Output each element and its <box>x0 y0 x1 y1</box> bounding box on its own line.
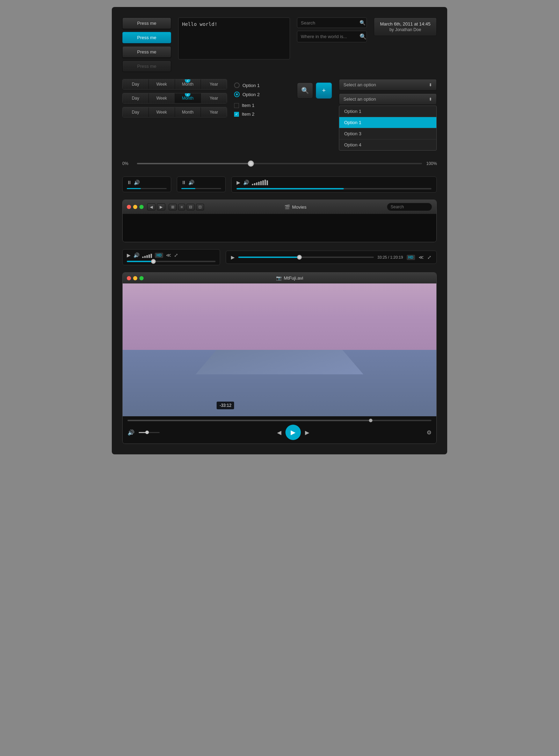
buttons-column: Press me Press me Press me Press me <box>122 17 171 72</box>
video-player: 📷 MtFuji.avi -33:12 🔊 <box>122 272 437 444</box>
seg-month-3[interactable]: Month <box>175 107 201 117</box>
large-progress-bar[interactable] <box>237 188 431 189</box>
large-progress-fill <box>237 188 344 189</box>
vol-bar-7 <box>264 180 266 185</box>
seg-week-1[interactable]: Week <box>149 79 175 89</box>
play-btn-right[interactable]: ▶ <box>231 254 235 260</box>
share-btn-right[interactable]: ≪ <box>419 254 424 260</box>
video-controls: 🔊 ◀ ▶ ▶ ⚙ <box>123 416 436 444</box>
seg-month-2[interactable]: 2 Month <box>175 93 201 103</box>
video-volume-icon[interactable]: 🔊 <box>128 429 135 436</box>
checkbox-1[interactable] <box>234 103 239 108</box>
tl-green[interactable] <box>139 205 144 209</box>
checkbox-item-1[interactable]: Item 1 <box>234 103 290 108</box>
player-right-thumb[interactable] <box>297 255 302 260</box>
seg-day-1[interactable]: Day <box>123 79 149 89</box>
mini-progress-1[interactable] <box>127 188 167 189</box>
view-columns[interactable]: ⊟ <box>187 204 195 210</box>
tl-red[interactable] <box>127 205 131 209</box>
video-progress-fill <box>128 420 371 421</box>
radio-label-1: Option 1 <box>242 83 260 88</box>
tl-yellow[interactable] <box>133 205 137 209</box>
seg-year-2[interactable]: Year <box>201 93 227 103</box>
search-bar-2[interactable]: 🔍 <box>297 31 367 42</box>
nav-forward[interactable]: ▶ <box>157 203 165 210</box>
press-me-button-4: Press me <box>122 60 171 72</box>
press-me-button-1[interactable]: Press me <box>122 17 171 29</box>
video-prev-icon[interactable]: ◀ <box>277 429 281 436</box>
video-tl-green[interactable] <box>139 276 144 280</box>
volume-icon-1[interactable]: 🔊 <box>134 180 140 185</box>
video-next-icon[interactable]: ▶ <box>305 429 309 436</box>
slider-thumb[interactable] <box>248 160 254 167</box>
dropdown-list: Option 1 Option 1 Option 3 Option 4 <box>339 106 437 151</box>
finder-search-input[interactable] <box>387 203 432 211</box>
volume-btn-left[interactable]: 🔊 <box>133 252 139 258</box>
volume-icon-large[interactable]: 🔊 <box>243 180 249 185</box>
video-tl-yellow[interactable] <box>133 276 137 280</box>
player-right-progress[interactable] <box>238 257 374 258</box>
search-bar-1[interactable]: 🔍 <box>297 17 367 28</box>
nav-back[interactable]: ◀ <box>147 203 155 210</box>
seg-control-1: Day Week 2 Month Year <box>122 79 227 89</box>
video-settings-icon[interactable]: ⚙ <box>427 429 431 436</box>
seg-day-2[interactable]: Day <box>123 93 149 103</box>
select-column: Select an option ⬍ Select an option ⬍ Op… <box>339 79 437 151</box>
expand-btn-right[interactable]: ⤢ <box>427 254 431 260</box>
player-left-progress[interactable] <box>127 261 216 262</box>
play-btn-left[interactable]: ▶ <box>127 252 131 258</box>
top-section: Press me Press me Press me Press me Hell… <box>122 17 437 72</box>
seg-year-1[interactable]: Year <box>201 79 227 89</box>
press-me-button-3[interactable]: Press me <box>122 46 171 58</box>
dropdown-item-1[interactable]: Option 1 <box>339 106 436 117</box>
radio-option-1[interactable]: Option 1 <box>234 82 290 88</box>
dropdown-header-label: Select an option <box>343 96 376 102</box>
dropdown-open: Select an option ⬍ Option 1 Option 1 Opt… <box>339 93 437 151</box>
press-me-button-2[interactable]: Press me <box>122 32 171 43</box>
video-volume-thumb[interactable] <box>145 431 149 434</box>
finder-window: ◀ ▶ ⊞ ≡ ⊟ ⊡ 🎬 Movies <box>122 200 437 242</box>
seg-year-3[interactable]: Year <box>201 107 227 117</box>
main-container: Press me Press me Press me Press me Hell… <box>112 7 447 454</box>
search-action-button[interactable]: 🔍 <box>297 82 313 99</box>
view-icon[interactable]: ⊞ <box>169 204 177 210</box>
radio-option-2[interactable]: Option 2 <box>234 92 290 97</box>
dropdown-item-4[interactable]: Option 4 <box>339 139 436 150</box>
volume-icon-2[interactable]: 🔊 <box>188 180 194 185</box>
select-closed[interactable]: Select an option ⬍ <box>339 79 437 91</box>
main-textarea[interactable]: Hello world! <box>178 17 290 59</box>
expand-btn-left[interactable]: ⤢ <box>174 252 178 258</box>
video-tl-red[interactable] <box>127 276 131 280</box>
video-progress-bar[interactable] <box>128 420 431 421</box>
seg-month-1[interactable]: 2 Month <box>175 79 201 89</box>
seg-week-2[interactable]: Week <box>149 93 175 103</box>
dropdown-item-3[interactable]: Option 3 <box>339 128 436 139</box>
add-action-button[interactable]: + <box>316 82 332 99</box>
radio-dot-2 <box>236 93 238 95</box>
action-buttons-column: 🔍 + <box>297 79 332 151</box>
video-volume-track[interactable] <box>139 432 160 433</box>
mini-progress-2[interactable] <box>181 188 221 189</box>
play-icon-large[interactable]: ▶ <box>237 180 240 185</box>
checkbox-2[interactable]: ✓ <box>234 112 239 117</box>
video-play-button[interactable]: ▶ <box>285 425 301 440</box>
search-icon-2[interactable]: 🔍 <box>360 33 366 40</box>
pause-icon-2[interactable]: ⏸ <box>181 180 186 185</box>
finder-content <box>123 214 436 242</box>
player-left-thumb[interactable] <box>151 259 156 264</box>
dropdown-item-2-selected[interactable]: Option 1 <box>339 117 436 128</box>
player-right-fill <box>238 257 299 258</box>
view-list[interactable]: ≡ <box>178 204 185 210</box>
checkbox-item-2[interactable]: ✓ Item 2 <box>234 111 290 117</box>
slider-track[interactable] <box>137 163 422 164</box>
pause-icon-1[interactable]: ⏸ <box>127 180 132 185</box>
seg-day-3[interactable]: Day <box>123 107 149 117</box>
slider-min-label: 0% <box>122 161 133 166</box>
search-input-1[interactable] <box>301 20 360 26</box>
dropdown-header[interactable]: Select an option ⬍ <box>339 93 437 105</box>
view-coverflow[interactable]: ⊡ <box>196 204 204 210</box>
video-progress-thumb[interactable] <box>369 419 372 422</box>
share-btn-left[interactable]: ≪ <box>166 252 171 258</box>
seg-week-3[interactable]: Week <box>149 107 175 117</box>
search-input-2[interactable] <box>301 34 360 39</box>
